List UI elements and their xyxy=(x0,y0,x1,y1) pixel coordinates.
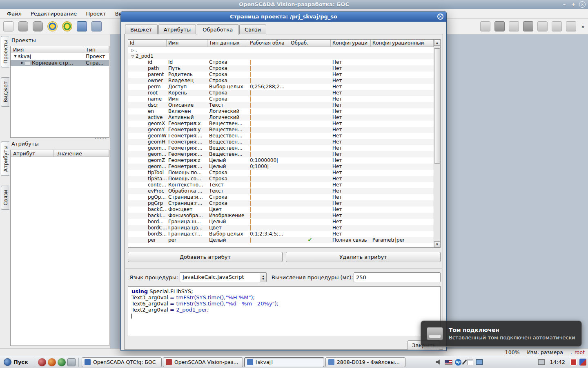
main-titlebar[interactable]: OpenSCADA Vision-разработка: БОС – + ✕ xyxy=(0,0,588,9)
quicklaunch-icon-2[interactable] xyxy=(48,358,56,366)
quicklaunch-icon-3[interactable] xyxy=(58,358,66,366)
column-header[interactable]: Конфигураци xyxy=(331,40,371,47)
attr-row[interactable]: idIdСтрока|Нет xyxy=(128,59,434,65)
procedure-period-input[interactable] xyxy=(354,272,441,282)
menu-item-Редактирование[interactable]: Редактирование xyxy=(26,9,81,18)
project-tree-row[interactable]: ▶Корневая стр...Стра... xyxy=(11,60,109,66)
attr-row[interactable]: parentРодительСтрока|Нет xyxy=(128,72,434,78)
new-window-icon[interactable] xyxy=(77,21,87,31)
column-header[interactable]: Обраб. xyxy=(289,40,331,47)
delete-attribute-button[interactable]: Удалить атрибут xyxy=(286,252,441,262)
level-lower-icon[interactable] xyxy=(537,21,548,31)
column-header[interactable]: Тип данных xyxy=(207,40,248,47)
stylus-icon[interactable] xyxy=(462,359,467,365)
display-icon[interactable] xyxy=(476,359,483,365)
attr-row[interactable]: rootКореньСтрока|Нет xyxy=(128,90,434,96)
db-load-icon[interactable] xyxy=(18,21,28,31)
side-tab-Связи[interactable]: Связи xyxy=(1,186,9,209)
attr-row[interactable]: pgGrpСтраница:г...Строка|Нет xyxy=(128,200,434,206)
procedure-language-select[interactable]: JavaLikeCalc.JavaScript ▲▼ xyxy=(180,272,267,282)
notes-icon[interactable] xyxy=(468,359,473,365)
expand-icon[interactable]: ▶ xyxy=(20,60,25,66)
side-tab-Атрибуты[interactable]: Атрибуты xyxy=(1,141,9,176)
tab-Атрибуты[interactable]: Атрибуты xyxy=(158,25,196,34)
attr-row[interactable]: perperЦелый|✔Полная связьParametr|per xyxy=(128,237,434,243)
collapse-icon[interactable]: ▼ xyxy=(13,53,18,60)
table-scrollbar[interactable]: ▲ ▼ xyxy=(434,40,440,247)
notification-toast[interactable]: Том подключен Вставленный том подключен … xyxy=(421,321,582,347)
attr-row[interactable]: bordS...Граница:ст...Выбор целых0;1;2;3;… xyxy=(128,231,434,237)
attr-row[interactable]: dscrОписаниеТекст|Нет xyxy=(128,102,434,108)
attr-row[interactable]: enВключенЛогический|Нет xyxy=(128,108,434,114)
keyboard-layout-icon[interactable] xyxy=(445,360,452,365)
attr-row[interactable]: geomXГеометрия:xВеществен...|Нет xyxy=(128,121,434,127)
run-project-icon[interactable] xyxy=(47,21,58,31)
view-tool-icon[interactable] xyxy=(552,21,562,31)
clock[interactable]: 14:42 xyxy=(550,359,565,365)
tab-Обработка[interactable]: Обработка xyxy=(197,24,238,35)
attr-row[interactable]: tipToolПомощь:по...Строка|Нет xyxy=(128,170,434,176)
column-header-name[interactable]: Имя xyxy=(11,46,83,53)
attr-row[interactable]: bordC...Граница:цв...Цвет|Нет xyxy=(128,225,434,231)
align-right-icon[interactable] xyxy=(509,21,519,31)
attr-row[interactable]: nameИмяСтрока|Нет xyxy=(128,96,434,102)
attr-row[interactable]: ownerВладелецСтрока|Нет xyxy=(128,78,434,84)
minimize-icon[interactable]: – xyxy=(561,1,568,8)
side-tab-Виджет[interactable]: Виджет xyxy=(1,77,9,107)
attr-row[interactable]: geom...Геометрия:...Веществен...|Нет xyxy=(128,151,434,157)
alert-icon[interactable] xyxy=(570,359,577,366)
taskbar-task-button[interactable]: 2808-D019 - Файловый ... xyxy=(325,357,405,367)
side-tab-Проекты[interactable]: Проекты xyxy=(1,36,9,67)
attr-row[interactable]: backC...Фон:цветЦвет|Нет xyxy=(128,206,434,213)
quicklaunch-icon-1[interactable] xyxy=(38,358,46,366)
align-left-icon[interactable] xyxy=(480,21,490,31)
attr-row[interactable]: activeАктивныйЛогический|Нет xyxy=(128,114,434,121)
start-button[interactable]: Пуск xyxy=(2,357,32,367)
taskbar-task-button[interactable]: OpenSCADA QTCfg: БОС xyxy=(82,357,162,367)
attr-row[interactable]: permДоступВыбор целых0;256;288;2...Нет xyxy=(128,84,434,90)
show-desktop-icon[interactable] xyxy=(67,358,76,366)
column-header-value[interactable]: Значение xyxy=(54,150,109,157)
scrollbar-track[interactable] xyxy=(434,46,440,241)
column-header[interactable]: Конфигурационный xyxy=(371,40,434,47)
attr-row[interactable]: geomYГеометрия:yВеществен...|Нет xyxy=(128,127,434,133)
expand-icon[interactable]: ▷ xyxy=(130,47,136,53)
toolbar-overflow-icon[interactable]: » xyxy=(580,23,586,30)
new-document-icon[interactable] xyxy=(3,21,13,31)
hp-icon[interactable]: hp xyxy=(455,359,461,366)
dialog-titlebar[interactable]: Страница проекта: /prj_skvaj/pg_so ✕ xyxy=(121,12,446,22)
column-header-attribute[interactable]: Атрибут xyxy=(11,150,54,157)
taskbar-task-button[interactable]: [skvaj] xyxy=(244,357,324,367)
attr-row[interactable]: geom...Геометрия:...Веществен...|Нет xyxy=(128,145,434,151)
column-header-type[interactable]: Тип xyxy=(83,46,109,53)
close-icon[interactable]: ✕ xyxy=(579,1,586,8)
scrollbar-thumb[interactable] xyxy=(434,48,440,164)
zoom-tool-icon[interactable] xyxy=(566,21,576,31)
code-editor[interactable]: using Special.FLibSYS;Text3_arg0val = tm… xyxy=(128,286,441,336)
attr-row[interactable]: geomWГеометрия:...Веществен...|Нет xyxy=(128,133,434,139)
scroll-down-icon[interactable]: ▼ xyxy=(434,241,440,247)
combo-arrows-icon[interactable]: ▲▼ xyxy=(260,273,266,282)
tab-Виджет[interactable]: Виджет xyxy=(125,25,158,34)
attr-row[interactable]: pathПутьСтрока|Нет xyxy=(128,65,434,72)
scroll-up-icon[interactable]: ▲ xyxy=(434,40,440,46)
level-rise-icon[interactable] xyxy=(523,21,533,31)
attr-tree-row[interactable]: ▽2_pod1 xyxy=(128,53,434,59)
attr-row[interactable]: geomHГеометрия:...Веществен...|Нет xyxy=(128,139,434,145)
volume-icon[interactable] xyxy=(436,359,442,365)
tab-Связи[interactable]: Связи xyxy=(239,25,266,34)
maximize-icon[interactable]: + xyxy=(570,1,577,8)
db-save-icon[interactable] xyxy=(33,21,43,31)
monitor-settings-icon[interactable] xyxy=(538,359,545,365)
menu-item-Проект[interactable]: Проект xyxy=(81,9,110,18)
cascade-windows-icon[interactable] xyxy=(91,21,102,31)
attr-tree-row[interactable]: ▷. xyxy=(128,47,434,53)
taskbar-task-button[interactable]: OpenSCADA Vision-раз... xyxy=(163,357,243,367)
collapse-icon[interactable]: ▽ xyxy=(130,54,136,59)
menu-item-Файл[interactable]: Файл xyxy=(2,9,26,18)
attr-row[interactable]: tipSta...Помощь:со...Строка|Нет xyxy=(128,176,434,182)
align-center-icon[interactable] xyxy=(494,21,505,31)
attr-row[interactable]: backI...Фон:изобра...Изображение|Нет xyxy=(128,213,434,219)
add-attribute-button[interactable]: Добавить атрибут xyxy=(128,252,283,262)
attr-row[interactable]: geomZГеометрия:zЦелый0;1000000|Нет xyxy=(128,157,434,164)
